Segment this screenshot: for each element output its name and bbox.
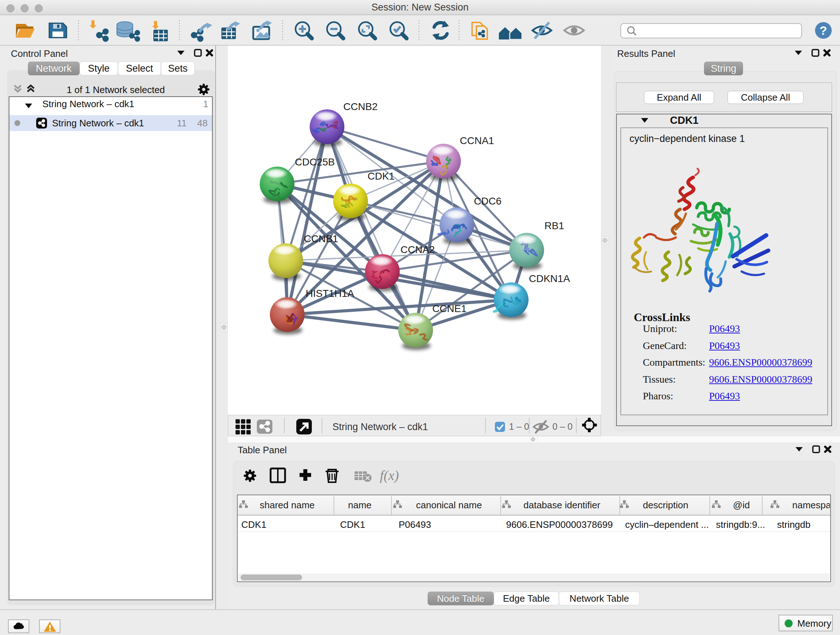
svg-text:CDC6: CDC6 — [474, 195, 501, 207]
svg-text:CCNA2: CCNA2 — [401, 244, 435, 255]
svg-text:f(x): f(x) — [380, 468, 399, 483]
svg-text:CDK1: CDK1 — [368, 171, 395, 182]
svg-text:1 – 0: 1 – 0 — [509, 421, 529, 432]
svg-text:0 – 0: 0 – 0 — [553, 421, 573, 432]
svg-text:CDKN1A: CDKN1A — [529, 273, 570, 284]
svg-text:CCNE1: CCNE1 — [432, 303, 467, 314]
svg-text:CCNB2: CCNB2 — [343, 101, 378, 112]
svg-text:CDC25B: CDC25B — [295, 157, 335, 168]
svg-text:CCNA1: CCNA1 — [460, 135, 494, 146]
svg-text:HIST1H1A: HIST1H1A — [306, 288, 354, 299]
svg-text:RB1: RB1 — [545, 220, 564, 231]
svg-text:String Network – cdk1: String Network – cdk1 — [332, 421, 428, 432]
svg-text:?: ? — [820, 24, 827, 37]
svg-text:CCNB1: CCNB1 — [304, 233, 338, 244]
